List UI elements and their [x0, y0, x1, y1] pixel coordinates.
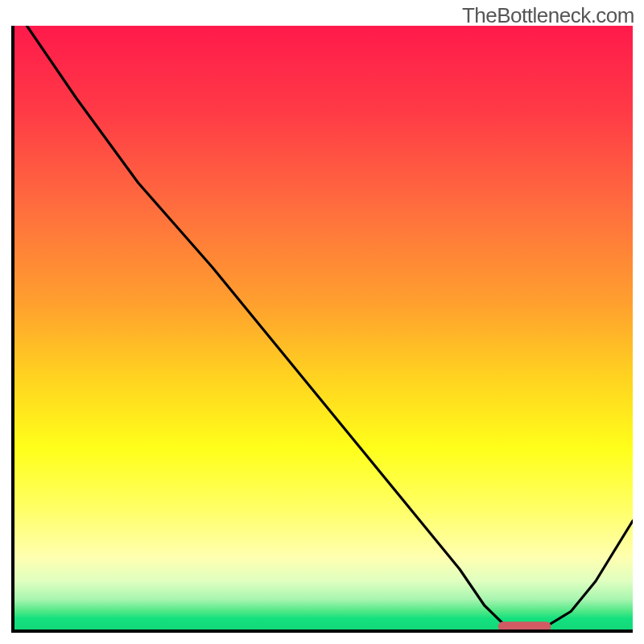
watermark-text: TheBottleneck.com [462, 3, 634, 28]
chart-frame: TheBottleneck.com [0, 0, 644, 644]
plot-area [14, 26, 633, 630]
chart-svg [14, 26, 633, 630]
bottleneck-curve-path [27, 26, 633, 626]
plot-axes [11, 26, 633, 633]
